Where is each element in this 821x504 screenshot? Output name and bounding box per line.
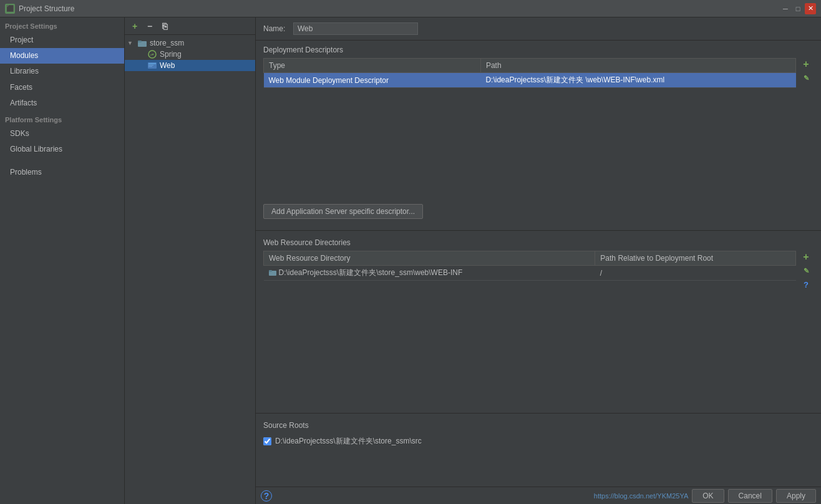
tree-label-spring: Spring <box>160 50 253 59</box>
svg-rect-1 <box>138 41 142 42</box>
divider-1 <box>256 230 821 231</box>
table-row[interactable]: D:\ideaProjectsss\新建文件夹\store_ssm\web\WE… <box>264 266 796 281</box>
deployment-add-button[interactable]: + <box>800 58 812 70</box>
web-resource-edit-button[interactable]: ✎ <box>800 264 812 277</box>
sidebar-item-libraries[interactable]: Libraries <box>0 64 124 79</box>
web-resource-side-buttons: + ✎ ? <box>799 251 814 405</box>
source-root-checkbox[interactable] <box>263 437 271 445</box>
name-input[interactable] <box>293 22 418 35</box>
col-path: Path <box>480 59 795 73</box>
spring-icon <box>147 50 157 59</box>
name-field-label: Name: <box>263 24 288 33</box>
col-type: Type <box>264 59 481 73</box>
col-relative-path: Path Relative to Deployment Root <box>595 251 796 266</box>
table-row[interactable]: Web Module Deployment Descriptor D:\idea… <box>264 73 796 88</box>
cell-path: D:\ideaProjectsss\新建文件夹 \web\WEB-INF\web… <box>480 73 795 88</box>
content-scroll: Name: Deployment Descriptors Type Path <box>256 17 821 487</box>
sidebar-item-artifacts[interactable]: Artifacts <box>0 95 124 111</box>
web-resource-title: Web Resource Directories <box>263 238 814 247</box>
tree-node-web[interactable]: ▶ Web <box>125 60 255 71</box>
title-bar: ⬛ Project Structure ─ □ ✕ <box>0 0 821 17</box>
web-icon <box>147 61 157 70</box>
window-title: Project Structure <box>19 4 74 13</box>
svg-rect-4 <box>148 63 156 64</box>
deployment-table-wrapper: Type Path Web Module Deployment Descript… <box>263 58 796 200</box>
deployment-empty-area <box>263 88 796 200</box>
maximize-button[interactable]: □ <box>792 3 804 14</box>
global-help-button[interactable]: ? <box>261 490 272 502</box>
cell-relative-path: / <box>595 266 796 281</box>
project-settings-label: Project Settings <box>0 17 124 32</box>
apply-button[interactable]: Apply <box>776 489 816 503</box>
deployment-table: Type Path Web Module Deployment Descript… <box>263 58 796 88</box>
web-resource-table-container: Web Resource Directory Path Relative to … <box>263 251 814 405</box>
window-controls: ─ □ ✕ <box>780 3 816 14</box>
tree-remove-button[interactable]: − <box>143 20 156 32</box>
deployment-descriptors-title: Deployment Descriptors <box>263 46 814 54</box>
cancel-button[interactable]: Cancel <box>728 489 772 503</box>
close-button[interactable]: ✕ <box>805 3 816 14</box>
bottom-right-btns: https://blog.csdn.net/YKM25YA OK Cancel … <box>594 489 816 503</box>
cell-type: Web Module Deployment Descriptor <box>264 73 481 88</box>
sidebar-item-facets[interactable]: Facets <box>0 80 124 95</box>
tree-node-spring[interactable]: ▶ Spring <box>125 49 255 60</box>
watermark: https://blog.csdn.net/YKM25YA <box>594 492 688 500</box>
svg-rect-8 <box>269 270 272 272</box>
source-roots-section: Source Roots D:\ideaProjectsss\新建文件夹\sto… <box>256 416 821 454</box>
web-resource-help-button[interactable]: ? <box>800 278 812 291</box>
tree-arrow-web: ▶ <box>137 62 145 69</box>
source-root-path: D:\ideaProjectsss\新建文件夹\store_ssm\src <box>275 436 422 447</box>
divider-2 <box>256 413 821 414</box>
web-resource-empty <box>263 281 796 405</box>
tree-label-web: Web <box>160 61 253 70</box>
app-icon: ⬛ <box>5 4 15 14</box>
sidebar-item-global-libraries[interactable]: Global Libraries <box>0 142 124 157</box>
source-root-row: D:\ideaProjectsss\新建文件夹\store_ssm\src <box>263 434 814 449</box>
web-resource-table: Web Resource Directory Path Relative to … <box>263 251 796 281</box>
sidebar-item-project[interactable]: Project <box>0 32 124 48</box>
sidebar-item-sdks[interactable]: SDKs <box>0 126 124 142</box>
tree-arrow-store-ssm: ▼ <box>127 40 135 46</box>
web-resource-section: Web Resource Directories Web Resource Di… <box>256 233 821 410</box>
web-resource-add-button[interactable]: + <box>800 251 812 263</box>
tree-arrow-spring: ▶ <box>137 51 145 57</box>
main-container: Project Settings Project Modules Librari… <box>0 17 821 504</box>
tree-node-store-ssm[interactable]: ▼ store_ssm <box>125 37 255 49</box>
web-resource-table-wrapper: Web Resource Directory Path Relative to … <box>263 251 796 405</box>
col-web-resource-dir: Web Resource Directory <box>264 251 595 266</box>
add-descriptor-button[interactable]: Add Application Server specific descript… <box>263 204 423 219</box>
platform-settings-label: Platform Settings <box>0 111 124 126</box>
sidebar: Project Settings Project Modules Librari… <box>0 17 125 504</box>
tree-label-store-ssm: store_ssm <box>150 39 253 47</box>
deployment-side-buttons: + ✎ <box>799 58 814 200</box>
folder-icon <box>137 39 147 47</box>
minimize-button[interactable]: ─ <box>780 3 791 14</box>
cell-directory: D:\ideaProjectsss\新建文件夹\store_ssm\web\WE… <box>264 266 595 281</box>
ok-button[interactable]: OK <box>692 489 724 503</box>
deployment-descriptors-section: Deployment Descriptors Type Path <box>256 41 821 228</box>
sidebar-item-modules[interactable]: Modules <box>0 48 124 64</box>
source-roots-title: Source Roots <box>263 421 814 430</box>
deployment-table-container: Type Path Web Module Deployment Descript… <box>263 58 814 200</box>
tree-add-button[interactable]: + <box>129 20 141 32</box>
tree-copy-button[interactable]: ⎘ <box>158 20 171 32</box>
svg-rect-6 <box>148 66 152 67</box>
bottom-bar: ? https://blog.csdn.net/YKM25YA OK Cance… <box>256 487 821 504</box>
tree-content: ▼ store_ssm ▶ Spring <box>125 35 255 504</box>
bottom-left: ? <box>261 490 272 502</box>
svg-rect-5 <box>148 65 153 65</box>
tree-toolbar: + − ⎘ <box>125 17 255 35</box>
sidebar-item-problems[interactable]: Problems <box>0 165 124 180</box>
title-bar-left: ⬛ Project Structure <box>5 4 74 14</box>
content-panel: Name: Deployment Descriptors Type Path <box>256 17 821 504</box>
deployment-edit-button[interactable]: ✎ <box>800 72 812 84</box>
tree-panel: + − ⎘ ▼ store_ssm ▶ <box>125 17 256 504</box>
name-row: Name: <box>256 17 821 41</box>
